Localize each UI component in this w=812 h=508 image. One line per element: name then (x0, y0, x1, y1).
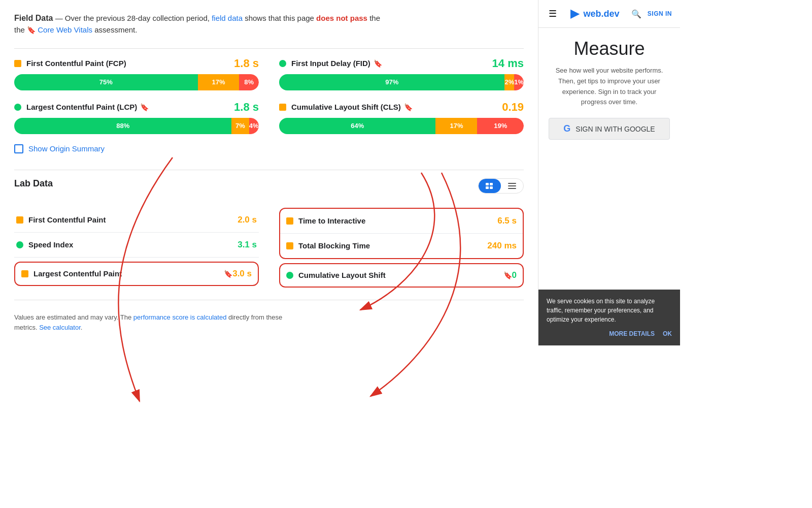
fid-bar: 97% 2% 1% (279, 74, 524, 90)
field-metrics-grid: First Contentful Paint (FCP) 1.8 s 75% 1… (14, 57, 524, 134)
lcp-bar-orange: 7% (231, 118, 249, 134)
fid-bar-green: 97% (279, 74, 504, 90)
grid-icon (486, 183, 494, 189)
lab-left-column: First Contentful Paint 2.0 s Speed Index… (14, 208, 259, 288)
lcp-name: Largest Contentful Paint (LCP) (26, 103, 137, 111)
footer-text4: . (81, 324, 83, 331)
assessment-suffix: assessment. (92, 25, 137, 34)
lcp-bookmark-icon: 🔖 (140, 103, 149, 111)
lab-tbt-name: Total Blocking Time (298, 241, 487, 250)
fid-bar-orange: 2% (504, 74, 514, 90)
arrows-overlay (0, 0, 538, 345)
lab-tti-icon (286, 217, 293, 225)
lab-data-section: Lab Data (14, 178, 524, 288)
lab-speed-icon (16, 241, 23, 248)
cls-bar-red: 19% (477, 118, 524, 134)
cookie-banner: We serve cookies on this site to analyze… (538, 290, 680, 345)
cookie-actions: MORE DETAILS OK (547, 329, 672, 338)
svg-rect-6 (508, 188, 516, 189)
fcp-bar-orange: 17% (198, 74, 240, 90)
perf-score-link[interactable]: performance score is calculated (133, 313, 227, 321)
sidebar-header: ☰ ▶ web.dev 🔍 SIGN IN (538, 0, 680, 28)
lab-cls-icon (286, 272, 293, 279)
fcp-icon (14, 60, 21, 67)
more-details-link[interactable]: MORE DETAILS (609, 329, 655, 338)
lab-cls-name: Cumulative Layout Shift (298, 271, 500, 279)
measure-title: Measure (549, 38, 670, 59)
origin-summary-checkbox[interactable] (14, 144, 23, 153)
core-web-vitals-prefix: the (14, 25, 27, 34)
fcp-name-group: First Contentful Paint (FCP) (14, 59, 126, 68)
lab-tti-value: 6.5 s (497, 216, 517, 226)
footer-text2: directly from these (226, 313, 282, 321)
logo-text: web.dev (583, 9, 619, 19)
svg-rect-4 (508, 183, 516, 184)
lab-fcp-name: First Contentful Paint (28, 215, 233, 224)
svg-rect-2 (486, 186, 489, 189)
field-data-link[interactable]: field data (212, 14, 243, 22)
lcp-bar-red: 4% (249, 118, 259, 134)
google-g-icon: G (563, 123, 570, 134)
lab-cls-value: 0 (512, 270, 517, 280)
fcp-metric-card: First Contentful Paint (FCP) 1.8 s 75% 1… (14, 57, 259, 90)
search-icon: 🔍 (631, 10, 641, 18)
lab-cls-highlighted: Cumulative Layout Shift 🔖 0 (279, 263, 524, 288)
sign-in-button[interactable]: SIGN IN (648, 9, 672, 19)
ok-link[interactable]: OK (663, 329, 672, 338)
lab-tti-name: Time to Interactive (298, 216, 497, 225)
lab-lcp-inner: Largest Contentful Paint 🔖 3.0 s (21, 269, 252, 279)
lab-lcp-icon (21, 270, 28, 277)
fcp-header-row: First Contentful Paint (FCP) 1.8 s (14, 57, 259, 70)
google-signin-button[interactable]: G SIGN IN WITH GOOGLE (549, 118, 670, 140)
lab-data-title: Lab Data (14, 178, 53, 189)
google-btn-text: SIGN IN WITH GOOGLE (576, 125, 655, 133)
does-not-pass-link[interactable]: does not pass (316, 14, 367, 22)
fcp-value: 1.8 s (234, 57, 259, 70)
cls-bar-orange: 17% (435, 118, 477, 134)
footer-note: Values are estimated and may vary. The p… (14, 312, 524, 334)
fid-name-group: First Input Delay (FID) 🔖 (279, 59, 382, 68)
measure-desc: See how well your website performs. Then… (549, 66, 670, 108)
fid-metric-card: First Input Delay (FID) 🔖 14 ms 97% 2% 1… (279, 57, 524, 90)
lab-lcp-highlighted: Largest Contentful Paint 🔖 3.0 s (14, 262, 259, 286)
field-data-label: Field Data (14, 14, 53, 22)
menu-icon: ☰ (549, 9, 557, 19)
lab-fcp-value: 2.0 s (238, 215, 257, 225)
lab-cls-bookmark: 🔖 (503, 271, 512, 279)
lab-lcp-value: 3.0 s (232, 269, 252, 279)
lab-speed-item: Speed Index 3.1 s (14, 233, 259, 258)
lab-cls-inner: Cumulative Layout Shift 🔖 0 (286, 270, 517, 280)
lab-speed-name: Speed Index (28, 240, 233, 249)
core-web-vitals-link[interactable]: Core Web Vitals (38, 25, 92, 34)
footer-text1: Values are estimated and may vary. The (14, 313, 133, 321)
fcp-bar-red: 8% (239, 74, 259, 90)
lab-grid: First Contentful Paint 2.0 s Speed Index… (14, 208, 524, 288)
lab-tbt-icon (286, 242, 293, 249)
cls-header-row: Cumulative Layout Shift (CLS) 🔖 0.19 (279, 101, 524, 114)
lab-lcp-bookmark: 🔖 (224, 270, 232, 278)
svg-rect-5 (508, 185, 516, 186)
cls-bar: 64% 17% 19% (279, 118, 524, 134)
svg-rect-0 (486, 183, 489, 185)
lcp-name-group: Largest Contentful Paint (LCP) 🔖 (14, 103, 149, 111)
lab-right-column: Time to Interactive 6.5 s Total Blocking… (279, 208, 524, 288)
menu-button[interactable]: ☰ (547, 6, 559, 21)
cls-icon (279, 104, 286, 111)
toggle-list-option[interactable] (501, 179, 523, 193)
toggle-row (478, 178, 524, 194)
lab-speed-value: 3.1 s (238, 240, 257, 250)
cls-bar-green: 64% (279, 118, 435, 134)
list-icon (508, 183, 516, 189)
cls-name: Cumulative Layout Shift (CLS) (291, 103, 401, 111)
toggle-button[interactable] (478, 178, 524, 194)
origin-summary-label[interactable]: Show Origin Summary (28, 144, 105, 153)
origin-summary-row[interactable]: Show Origin Summary (14, 144, 524, 153)
lab-tbt-value: 240 ms (487, 241, 517, 251)
toggle-grid-option[interactable] (479, 179, 501, 193)
calculator-link[interactable]: See calculator (39, 324, 81, 331)
lab-tbt-item: Total Blocking Time 240 ms (280, 234, 523, 258)
search-button[interactable]: 🔍 (631, 9, 641, 19)
sidebar-body: Measure See how well your website perfor… (538, 28, 680, 150)
lcp-bar: 88% 7% 4% (14, 118, 259, 134)
sidebar-logo: ▶ web.dev (570, 7, 619, 20)
